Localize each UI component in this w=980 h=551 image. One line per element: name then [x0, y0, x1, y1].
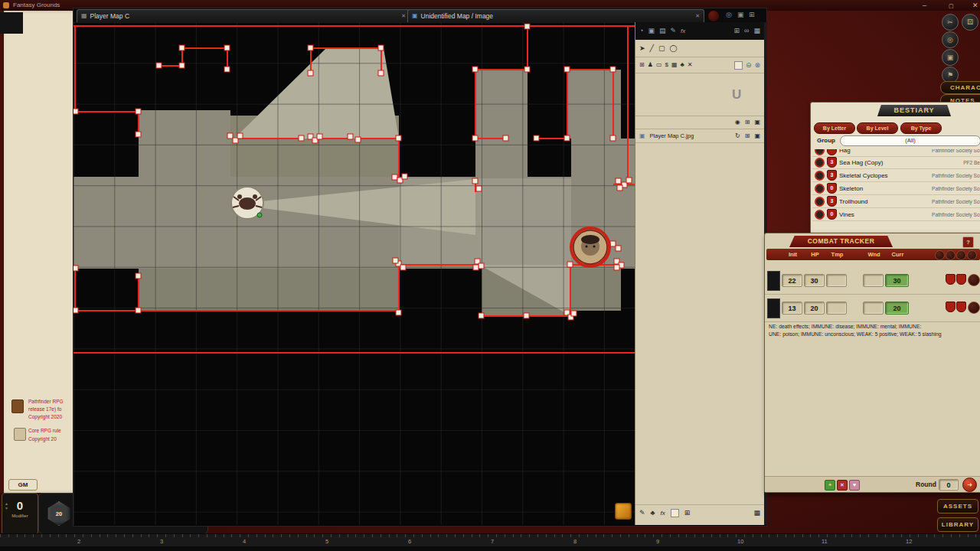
fx-tool-icon[interactable]: fx: [681, 28, 685, 34]
tree-stamp-icon[interactable]: ♣: [680, 62, 684, 68]
grid-tool-icon[interactable]: ⊞: [749, 11, 755, 18]
panel-table-icon[interactable]: ▦: [753, 510, 760, 517]
add-effect-button[interactable]: +: [825, 480, 835, 491]
wnd-field[interactable]: [863, 274, 884, 287]
bestiary-row[interactable]: 0 Skeleton Pathfinder Society Scer: [812, 182, 980, 195]
scroll-doc-icon[interactable]: [11, 399, 24, 413]
tmp-field[interactable]: [826, 302, 847, 315]
disc-tool-icon[interactable]: ◔: [639, 28, 643, 34]
tracker-menu-button[interactable]: [967, 250, 977, 260]
modifier-stepper[interactable]: ▲▼: [5, 501, 8, 510]
round-counter[interactable]: 0: [939, 479, 959, 491]
hp-field[interactable]: 20: [804, 302, 825, 315]
init-field[interactable]: 22: [782, 274, 802, 287]
snap-magnet-icon[interactable]: U: [732, 87, 741, 103]
map-canvas[interactable]: [74, 22, 635, 525]
row-menu-button[interactable]: [968, 302, 980, 314]
tab-player-map-c[interactable]: ▦ Player Map C ✕: [77, 9, 410, 22]
white-square-button[interactable]: [734, 61, 743, 70]
pointer-tool-icon[interactable]: ➤: [639, 45, 645, 52]
add-fx-icon[interactable]: fx: [660, 510, 665, 517]
table-stamp-icon[interactable]: ▦: [671, 62, 678, 68]
layer-row-image[interactable]: ▣ Player Map C.jpg ↻ ⊞ ▣: [635, 129, 764, 143]
hp-field[interactable]: 30: [804, 274, 825, 287]
sidebar-library-button[interactable]: LIBRARY: [937, 517, 978, 532]
bestiary-by-level-button[interactable]: By Level: [857, 122, 898, 134]
bestiary-row[interactable]: 3 Trollhound Pathfinder Society Scer: [812, 195, 980, 208]
next-turn-button[interactable]: ➜: [962, 478, 977, 492]
tab-unidentified-map[interactable]: ▣ Unidentified Map / Image ✕: [407, 9, 704, 22]
pointer-mode-indicator[interactable]: [615, 503, 632, 520]
grid-stamp-icon[interactable]: ⊞: [639, 62, 645, 68]
sidebar-assets-button[interactable]: ASSETS: [937, 499, 978, 514]
monitor-stamp-icon[interactable]: ▭: [656, 62, 662, 68]
defense-shield-icon[interactable]: [946, 302, 956, 312]
d20-die[interactable]: 20: [47, 501, 71, 526]
book-doc-icon[interactable]: [14, 428, 26, 441]
target-tool-icon[interactable]: ◎: [726, 11, 732, 18]
grid-icon[interactable]: ⊞: [745, 133, 750, 139]
panel-tool-icon[interactable]: ▣: [737, 11, 744, 18]
line-draw-icon[interactable]: ╱: [650, 45, 654, 52]
tab-close-icon[interactable]: ✕: [695, 13, 700, 19]
help-button[interactable]: ?: [962, 236, 974, 248]
tracker-row[interactable]: 13 20 20: [765, 295, 980, 322]
defense-shield-icon[interactable]: [946, 274, 956, 285]
wnd-field[interactable]: [863, 302, 884, 315]
token-portrait[interactable]: [571, 228, 609, 266]
curr-field[interactable]: 30: [885, 274, 909, 287]
minimize-button[interactable]: –: [923, 0, 926, 11]
bestiary-row[interactable]: 0 Vines Pathfinder Society Scer: [812, 208, 980, 221]
sidebar-target-button[interactable]: ◎: [942, 31, 959, 48]
money-stamp-icon[interactable]: $: [665, 62, 668, 68]
curr-field[interactable]: 20: [885, 302, 909, 315]
combatant-portrait[interactable]: [767, 298, 780, 318]
tracker-menu-button[interactable]: [946, 250, 956, 260]
defense-shield-icon[interactable]: [956, 274, 966, 285]
layer-row-base[interactable]: ◉ ⊞ ▣: [635, 116, 764, 129]
cancel-circle-button[interactable]: ⊗: [754, 62, 760, 69]
person-stamp-icon[interactable]: ♟: [648, 62, 653, 68]
add-blank-icon[interactable]: [671, 509, 679, 517]
row-menu-button[interactable]: [968, 274, 980, 286]
group-filter-input[interactable]: (All): [840, 135, 980, 146]
bestiary-row[interactable]: 3 Skeletal Cyclopes Pathfinder Society S…: [812, 169, 980, 182]
minus-circle-button[interactable]: ⊖: [746, 62, 752, 69]
sidebar-scissors-button[interactable]: ✂: [942, 14, 959, 31]
defense-shield-icon[interactable]: [956, 302, 966, 312]
bestiary-by-type-button[interactable]: By Type: [900, 122, 942, 134]
modifier-box[interactable]: 0 Modifier ▲▼: [2, 493, 38, 535]
add-grid-icon[interactable]: ⊞: [684, 510, 691, 517]
sidebar-characters-button[interactable]: CHARACTERS: [940, 81, 980, 94]
link-tool-icon[interactable]: ∞: [744, 28, 749, 34]
bestiary-row[interactable]: 3 Sea Hag (Copy) PF2 Best: [812, 156, 980, 169]
tracker-menu-button[interactable]: [956, 250, 966, 260]
lock-icon[interactable]: ▣: [754, 119, 760, 126]
tracker-row[interactable]: 22 30 30: [765, 267, 980, 295]
close-button[interactable]: ✕: [972, 0, 978, 11]
table-tool-icon[interactable]: ▦: [753, 28, 760, 34]
lock-icon[interactable]: ▣: [754, 133, 760, 139]
maximize-button[interactable]: ▢: [949, 1, 954, 11]
tab-close-icon[interactable]: ✕: [401, 13, 406, 19]
tracker-menu-button[interactable]: [935, 250, 945, 260]
clear-effects-button[interactable]: ✕: [837, 480, 848, 491]
gm-identity-button[interactable]: GM: [8, 479, 38, 491]
init-field[interactable]: 13: [782, 302, 802, 315]
circle-draw-icon[interactable]: ◯: [669, 45, 677, 52]
add-tree-icon[interactable]: ♣: [651, 510, 655, 517]
eye-icon[interactable]: ◉: [735, 119, 740, 126]
pencil-tool-icon[interactable]: ✎: [670, 28, 676, 34]
refresh-icon[interactable]: ↻: [735, 133, 740, 139]
sidebar-die-button[interactable]: ⚄: [962, 14, 978, 31]
combatant-portrait[interactable]: [767, 271, 780, 291]
layers-tool-icon[interactable]: ▣: [648, 28, 655, 34]
grid-toggle-icon[interactable]: ⊞: [734, 28, 740, 34]
grid-icon[interactable]: ⊞: [745, 119, 750, 126]
add-drawing-icon[interactable]: ✎: [639, 510, 645, 517]
bestiary-by-letter-button[interactable]: By Letter: [814, 122, 855, 134]
rect-draw-icon[interactable]: ▢: [658, 45, 665, 52]
stack-tool-icon[interactable]: ▤: [659, 28, 666, 34]
token-crab[interactable]: [231, 187, 263, 219]
heal-button[interactable]: ♥: [849, 480, 860, 491]
